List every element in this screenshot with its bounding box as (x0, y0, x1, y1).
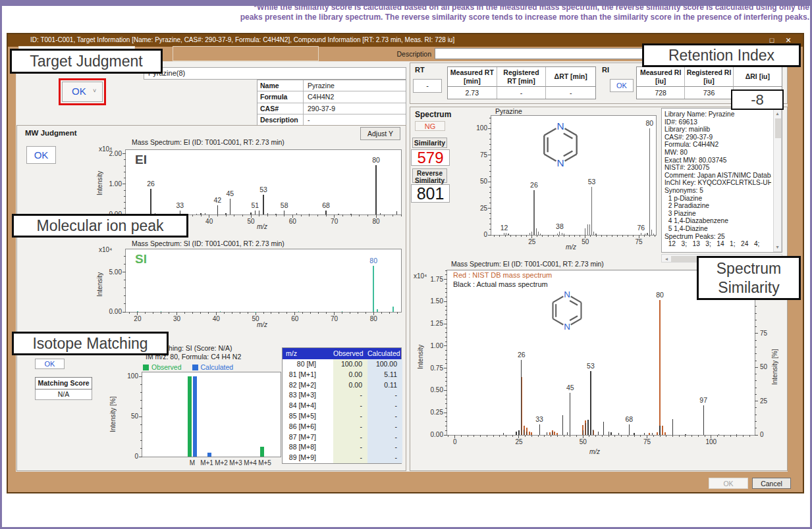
callout-delta-ri: -8 (731, 89, 784, 110)
tick (444, 390, 447, 391)
tick (538, 435, 539, 437)
library-info-line: 3 Piazine (664, 210, 771, 218)
peak (645, 234, 645, 235)
ylab: 0.50 (414, 386, 443, 394)
cell-value: 84 [M+4] (283, 401, 333, 411)
tick (350, 312, 350, 314)
tick (445, 297, 447, 297)
peak (664, 432, 666, 435)
peak (562, 415, 563, 435)
cancel-button[interactable]: Cancel (752, 478, 791, 489)
tick (234, 214, 234, 216)
ilab: EI (135, 153, 175, 168)
tick (548, 235, 549, 237)
library-vertical-scrollbar[interactable]: ▴ ▾ (773, 109, 782, 252)
tick (755, 367, 758, 368)
peak (516, 432, 516, 435)
scroll-down-icon[interactable]: ▾ (774, 244, 781, 250)
isotope-legend: ObservedCalculated (143, 361, 244, 372)
tick (445, 332, 447, 333)
cell-value: 736 (685, 87, 733, 99)
tick (392, 214, 393, 216)
tick (488, 208, 491, 209)
library-info-line: ID#: 69613 (664, 118, 771, 126)
legend-label: Observed (151, 363, 182, 371)
peak (587, 420, 588, 435)
ylab: 1.00 (414, 342, 443, 350)
tick (279, 312, 279, 314)
adjust-y-button[interactable]: Adjust Y (360, 127, 400, 140)
table-row: 80 [M]100.00100.00 (283, 359, 401, 370)
table-row: NamePyrazine (257, 80, 406, 91)
plab: 33 (169, 201, 190, 209)
tick (525, 435, 526, 437)
ylab: 5.00 (93, 268, 122, 276)
tick (401, 214, 402, 216)
tick (628, 235, 628, 237)
scroll-left-icon[interactable]: ◂ (663, 256, 670, 262)
plab: 26 (140, 180, 161, 188)
tick (445, 403, 447, 404)
library-info-line: 12 3; 13 3; 14 1; 24 4; (664, 240, 771, 248)
cell-value: - (367, 411, 402, 422)
tick (505, 235, 506, 237)
row-value: C4H4N2 (304, 91, 406, 102)
peak (150, 189, 151, 214)
scrollbar-thumb[interactable] (775, 118, 781, 138)
table-row: CAS#290-37-9 (257, 103, 406, 114)
tick (698, 435, 699, 437)
mw-judgment-status: OK (26, 146, 56, 164)
tick (445, 292, 447, 293)
tick (263, 312, 264, 314)
tick (359, 214, 360, 216)
tick (445, 395, 447, 395)
tick (317, 214, 318, 216)
tick (139, 416, 142, 417)
tick (607, 235, 607, 237)
tick (612, 235, 612, 237)
peak (250, 213, 251, 214)
ylab: 0 (760, 431, 776, 439)
plab: 45 (560, 384, 581, 391)
tick (124, 208, 126, 209)
tick (124, 264, 126, 264)
cell-value: - (333, 401, 367, 411)
ylab: 75 (458, 151, 487, 159)
column-header: Observed (333, 348, 367, 359)
tick (351, 214, 352, 216)
plab: 53 (580, 362, 601, 370)
tick (755, 435, 758, 436)
tick (521, 235, 522, 237)
peak (540, 234, 541, 235)
xlab: 25 (509, 438, 529, 446)
tick (389, 312, 390, 314)
library-info-line: 5 1,4-Diazine (664, 225, 771, 233)
tick (248, 312, 248, 314)
ilab: SI (135, 252, 175, 268)
library-info-line: Exact MW: 80.03745 (664, 157, 771, 164)
cell-value: 0.11 (367, 380, 402, 391)
ok-button[interactable]: OK (709, 478, 748, 489)
tick (755, 388, 757, 388)
library-info-line: Comment: Japan AIST/NIMC Database- Sp (664, 172, 771, 180)
legend-actual: Black : Actual mass spectrum (453, 280, 548, 288)
tick (124, 280, 126, 280)
plab: 80 (639, 119, 660, 127)
tick (445, 337, 447, 338)
library-info-line: CAS#: 290-37-9 (664, 134, 771, 141)
peak (557, 234, 558, 235)
peak (547, 432, 547, 435)
tick (755, 394, 757, 395)
peak (587, 224, 588, 235)
table-row: 85 [M+5]-- (283, 411, 401, 422)
column-header: ΔRI [iu] (734, 67, 782, 87)
peak (703, 405, 704, 435)
tick (621, 435, 622, 437)
toolbar-button-right[interactable] (173, 46, 319, 61)
scroll-up-icon[interactable]: ▴ (774, 111, 781, 116)
tick (169, 312, 169, 314)
legend-swatch-icon (143, 365, 149, 370)
tick (242, 214, 243, 216)
compound-selector[interactable]: Pyrazine(8) (144, 67, 406, 80)
xlab: 80 (364, 315, 383, 323)
